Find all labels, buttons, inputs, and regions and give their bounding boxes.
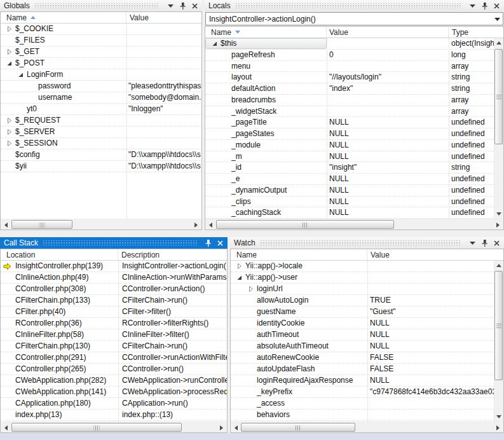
callstack-row[interactable]: CInlineAction.php(49)CInlineAction->runW… <box>1 272 227 284</box>
watch-vertical-scrollbar[interactable] <box>494 261 503 422</box>
scroll-down-icon[interactable] <box>494 412 503 422</box>
callstack-row[interactable]: CController.php(308)CController->runActi… <box>1 284 227 295</box>
tree-row[interactable]: $_SESSION <box>1 138 201 149</box>
tree-row[interactable]: pageRefresh0long <box>205 50 494 61</box>
column-header-value[interactable]: Value <box>327 27 449 38</box>
close-icon[interactable] <box>215 238 225 247</box>
expander-collapsed-icon[interactable] <box>235 263 243 270</box>
tree-row[interactable]: $config"D:\\xampp\\htdocs\\s <box>1 149 201 161</box>
tree-row[interactable]: $thisobject(Insight <box>205 38 494 50</box>
expander-collapsed-icon[interactable] <box>246 285 255 292</box>
tree-row[interactable]: password"pleasedonttrythispass <box>1 81 201 92</box>
scroll-right-icon[interactable] <box>493 220 503 230</box>
scroll-thumb[interactable] <box>494 49 503 144</box>
tree-row[interactable]: _clipsNULLundefined <box>205 196 494 208</box>
pin-icon[interactable] <box>178 1 187 10</box>
tree-row[interactable]: _keyPrefix"c9747868fc414e6b3dc432aa33ae0… <box>231 387 494 398</box>
tree-row[interactable]: _pageTitleNULLundefined <box>205 117 494 128</box>
scroll-down-icon[interactable] <box>494 209 503 219</box>
scroll-up-icon[interactable] <box>494 38 503 48</box>
expander-collapsed-icon[interactable] <box>4 140 13 147</box>
close-icon[interactable] <box>492 1 501 10</box>
expander-expanded-icon[interactable] <box>210 40 219 47</box>
expander-collapsed-icon[interactable] <box>4 128 13 135</box>
window-menu-dropdown-icon[interactable] <box>166 1 175 10</box>
tree-row[interactable]: Yii::app()->user <box>231 272 494 284</box>
tree-row[interactable]: autoUpdateFlashFALSE <box>231 364 494 375</box>
watch-horizontal-scrollbar[interactable] <box>231 422 503 432</box>
scroll-thumb[interactable] <box>241 423 355 432</box>
tree-row[interactable]: _widgetStackarray <box>205 106 494 118</box>
tree-row[interactable]: $_REQUEST <box>1 115 201 127</box>
tree-row[interactable]: username"somebody@domain.co <box>1 92 201 104</box>
callstack-horizontal-scrollbar[interactable] <box>1 422 227 432</box>
callstack-row[interactable]: CInlineFilter.php(58)CInlineFilter->filt… <box>1 329 227 341</box>
tree-row[interactable]: loginUrl <box>231 284 494 295</box>
column-header-name[interactable]: Name <box>1 12 126 23</box>
scroll-thumb[interactable] <box>216 220 394 229</box>
scroll-thumb[interactable] <box>494 271 503 380</box>
tree-row[interactable]: _mNULLundefined <box>205 151 494 163</box>
tree-row[interactable]: $_FILES <box>1 35 201 46</box>
scroll-left-icon[interactable] <box>1 220 11 230</box>
globals-horizontal-scrollbar[interactable] <box>1 219 201 230</box>
tree-row[interactable]: identityCookieNULL <box>231 318 494 329</box>
tree-row[interactable]: guestName"Guest" <box>231 306 494 318</box>
tree-row[interactable]: _access <box>231 398 494 409</box>
callstack-row[interactable]: index.php(13)index.php::(13) <box>1 409 227 421</box>
close-icon[interactable] <box>492 238 501 247</box>
expander-collapsed-icon[interactable] <box>4 25 13 32</box>
tree-row[interactable]: authTimeoutNULL <box>231 329 494 341</box>
tree-row[interactable]: Yii::app()->locale <box>231 261 494 272</box>
callstack-titlebar[interactable]: Call Stack <box>0 237 228 249</box>
column-header-description[interactable]: Description <box>118 249 227 260</box>
column-header-name[interactable]: Name <box>231 249 367 260</box>
callstack-row[interactable]: CWebApplication.php(282)CWebApplication-… <box>1 375 227 387</box>
column-header-location[interactable]: Location <box>1 249 118 260</box>
scroll-thumb[interactable] <box>11 423 182 432</box>
tree-row[interactable]: allowAutoLoginTRUE <box>231 295 494 306</box>
tree-row[interactable]: _id"insight"string <box>205 162 494 174</box>
tree-row[interactable]: layout"//layouts/login"string <box>205 72 494 83</box>
tree-row[interactable]: $_COOKIE <box>1 24 201 35</box>
watch-titlebar[interactable]: Watch <box>230 237 504 249</box>
callstack-row[interactable]: RController.php(36)RController->filterRi… <box>1 318 227 329</box>
tree-row[interactable]: $_GET <box>1 46 201 58</box>
window-menu-dropdown-icon[interactable] <box>468 238 477 247</box>
tree-row[interactable]: _eNULLundefined <box>205 174 494 185</box>
scroll-left-icon[interactable] <box>231 423 241 432</box>
stack-frame-selector[interactable]: InsightController->actionLogin() <box>205 12 503 25</box>
scroll-left-icon[interactable] <box>206 220 215 230</box>
tree-row[interactable]: breadcrumbsarray <box>205 95 494 106</box>
pin-icon[interactable] <box>480 1 489 10</box>
tree-row[interactable]: LoginForm <box>1 69 201 81</box>
tree-row[interactable]: $_POST <box>1 58 201 69</box>
column-header-type[interactable]: Type <box>449 27 503 38</box>
tree-row[interactable]: autoRenewCookieFALSE <box>231 352 494 364</box>
expander-collapsed-icon[interactable] <box>4 117 13 124</box>
scroll-right-icon[interactable] <box>191 220 201 230</box>
scroll-thumb[interactable] <box>11 220 72 229</box>
callstack-row[interactable]: CController.php(265)CController->run() <box>1 364 227 375</box>
scroll-left-icon[interactable] <box>1 423 11 432</box>
expander-expanded-icon[interactable] <box>4 60 13 67</box>
window-menu-dropdown-icon[interactable] <box>468 1 477 10</box>
tree-row[interactable]: menuarray <box>205 61 494 72</box>
expander-collapsed-icon[interactable] <box>4 48 13 55</box>
locals-horizontal-scrollbar[interactable] <box>205 219 503 230</box>
callstack-row[interactable]: CApplication.php(180)CApplication->run() <box>1 398 227 409</box>
globals-titlebar[interactable]: Globals <box>0 0 202 11</box>
column-header-name[interactable]: Name <box>205 27 327 38</box>
close-icon[interactable] <box>190 1 200 10</box>
pin-icon[interactable] <box>480 238 489 247</box>
pin-icon[interactable] <box>203 238 213 247</box>
callstack-row[interactable]: CFilter.php(40)CFilter->filter() <box>1 306 227 318</box>
tree-row[interactable]: _moduleNULLundefined <box>205 140 494 151</box>
tree-row[interactable]: loginRequiredAjaxResponseNULL <box>231 375 494 387</box>
scroll-up-icon[interactable] <box>494 261 503 270</box>
callstack-row[interactable]: CController.php(291)CController->runActi… <box>1 352 227 364</box>
tree-row[interactable]: $_SERVER <box>1 127 201 138</box>
tree-row[interactable]: _pageStatesNULLundefined <box>205 128 494 140</box>
tree-row[interactable]: behaviors <box>231 409 494 421</box>
expander-expanded-icon[interactable] <box>235 274 243 281</box>
